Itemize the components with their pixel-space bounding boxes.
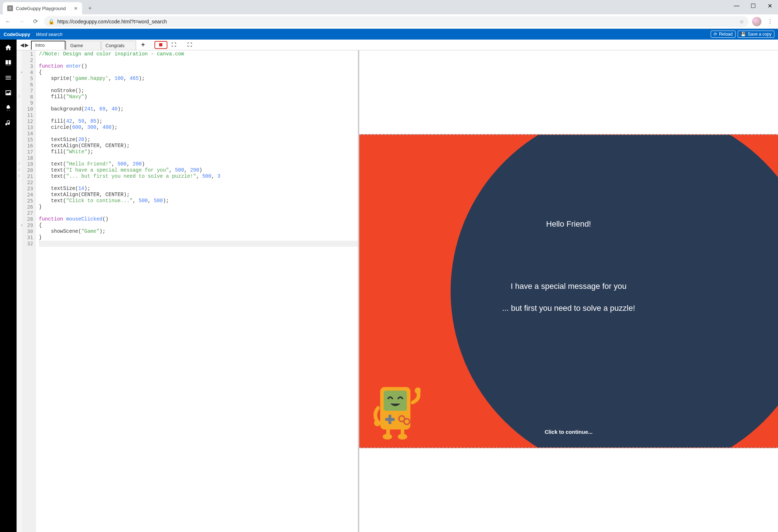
app-header: CodeGuppy Word search ⟳ Reload 💾 Save a … [0, 29, 778, 40]
output-pane: Hello Friend!I have a special message fo… [359, 50, 778, 532]
browser-tab[interactable]: G CodeGuppy Playground ✕ [3, 2, 82, 14]
output-canvas[interactable]: Hello Friend!I have a special message fo… [359, 134, 778, 448]
window-close-button[interactable]: ✕ [761, 0, 778, 12]
home-icon[interactable] [4, 43, 13, 52]
forward-button[interactable]: → [17, 17, 27, 27]
save-icon: 💾 [741, 32, 746, 37]
window-minimize-button[interactable]: — [728, 0, 745, 12]
refresh-icon: ⟳ [714, 32, 717, 37]
expand-output-button[interactable] [187, 42, 193, 48]
menu-icon[interactable] [4, 73, 13, 82]
save-copy-label: Save a copy [748, 32, 772, 37]
book-icon[interactable] [4, 58, 13, 67]
split-pane: iiii 12345678910111213141516171819202122… [17, 50, 778, 532]
scene-tab-congrats[interactable]: Congrats [102, 41, 136, 50]
lock-icon: 🔒 [48, 19, 54, 24]
profile-avatar[interactable] [752, 17, 761, 26]
window-maximize-button[interactable]: ☐ [745, 0, 761, 12]
stop-icon [159, 43, 162, 46]
scene-tabbar: ◀ ▶ IntroGameCongrats + [17, 40, 778, 50]
reload-project-button[interactable]: ⟳ Reload [711, 31, 736, 38]
app-brand[interactable]: CodeGuppy [4, 32, 30, 37]
svg-point-1 [374, 420, 381, 426]
address-bar[interactable]: 🔒 https://codeguppy.com/code.html?t=word… [44, 16, 748, 27]
left-sidebar [0, 40, 17, 532]
output-text: Click to continue... [359, 429, 778, 435]
new-tab-button[interactable]: + [85, 3, 95, 13]
expand-editor-button[interactable] [171, 42, 177, 48]
svg-point-4 [383, 434, 392, 440]
scene-nav-arrows: ◀ ▶ [19, 42, 30, 48]
stop-button[interactable] [154, 41, 167, 49]
output-text: Hello Friend! [359, 219, 778, 229]
back-button[interactable]: ← [3, 17, 13, 27]
output-text: I have a special message for you [359, 282, 778, 291]
workspace: ◀ ▶ IntroGameCongrats + iiii 12345678910… [17, 40, 778, 532]
line-gutter: 1234567891011121314151617181920212223242… [22, 50, 36, 532]
output-text: ... but first you need to solve a puzzle… [359, 304, 778, 313]
image-icon[interactable] [4, 88, 13, 97]
gutter-info: iiii [17, 50, 22, 532]
save-copy-button[interactable]: 💾 Save a copy [738, 31, 774, 38]
canvas-wrap: Hello Friend!I have a special message fo… [359, 50, 778, 532]
reload-label: Reload [719, 32, 733, 37]
music-icon[interactable] [4, 119, 13, 127]
reload-button[interactable]: ⟳ [30, 17, 40, 27]
scene-prev-button[interactable]: ◀ [20, 42, 24, 48]
tab-close-icon[interactable]: ✕ [74, 6, 78, 11]
window-controls: — ☐ ✕ [728, 0, 778, 12]
svg-rect-9 [388, 415, 391, 424]
svg-point-5 [398, 434, 407, 440]
browser-tab-title: CodeGuppy Playground [16, 6, 66, 11]
rocket-icon[interactable] [4, 104, 13, 112]
browser-toolbar: ← → ⟳ 🔒 https://codeguppy.com/code.html?… [0, 14, 778, 29]
browser-menu-button[interactable]: ⋮ [765, 17, 775, 27]
editor-pane: iiii 12345678910111213141516171819202122… [17, 50, 359, 532]
code-editor[interactable]: //Note: Design and color inspiration - c… [36, 50, 358, 532]
bookmark-star-icon[interactable]: ☆ [739, 19, 744, 24]
scene-tab-intro[interactable]: Intro [31, 41, 66, 50]
svg-rect-7 [384, 391, 407, 411]
add-scene-button[interactable]: + [139, 41, 147, 49]
favicon-icon: G [7, 5, 13, 11]
main-area: ◀ ▶ IntroGameCongrats + iiii 12345678910… [0, 40, 778, 532]
scene-tabs: IntroGameCongrats [31, 40, 136, 50]
scene-tab-game[interactable]: Game [66, 41, 101, 50]
output-circle [451, 134, 778, 448]
svg-point-0 [415, 387, 421, 394]
scene-next-button[interactable]: ▶ [25, 42, 29, 48]
browser-tabstrip: G CodeGuppy Playground ✕ + [0, 0, 778, 14]
url-text: https://codeguppy.com/code.html?t=word_s… [57, 19, 167, 24]
sprite-happy [370, 383, 421, 440]
project-title: Word search [36, 32, 63, 37]
